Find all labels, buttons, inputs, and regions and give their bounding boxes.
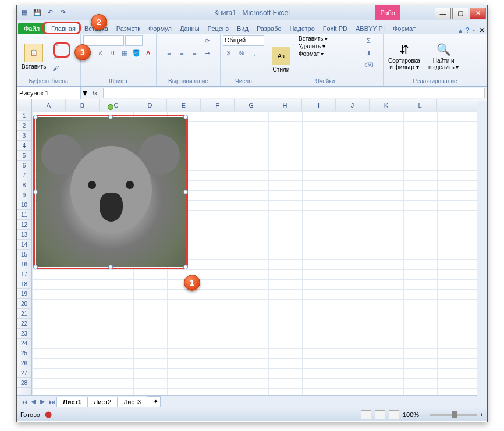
minimize-button[interactable]: —: [435, 8, 451, 19]
sheet-tab-3[interactable]: Лист3: [117, 397, 147, 407]
indent-icon[interactable]: ⇥: [202, 48, 214, 58]
align-middle-icon[interactable]: ≡: [176, 35, 188, 46]
view-pagebreak-button[interactable]: [389, 410, 399, 419]
resize-handle-ne[interactable]: [183, 115, 188, 119]
minimize-ribbon-icon[interactable]: ▴: [459, 26, 462, 34]
row-header[interactable]: 14: [17, 240, 31, 250]
col-header[interactable]: I: [302, 99, 336, 111]
macro-record-icon[interactable]: ⬤: [45, 411, 52, 418]
tab-developer[interactable]: Разрабо: [253, 23, 286, 34]
format-cells-button[interactable]: Формат ▾: [299, 51, 352, 57]
maximize-button[interactable]: ▢: [452, 8, 468, 19]
tab-view[interactable]: Вид: [233, 23, 253, 34]
tab-formulas[interactable]: Формул: [144, 23, 176, 34]
select-all-corner[interactable]: [17, 99, 32, 111]
col-header[interactable]: K: [370, 99, 403, 111]
help-icon[interactable]: ?: [466, 26, 470, 34]
align-right-icon[interactable]: ≡: [189, 48, 201, 58]
col-header[interactable]: D: [133, 99, 167, 111]
font-color-button[interactable]: A: [143, 48, 154, 58]
row-header[interactable]: 24: [17, 339, 31, 348]
sheet-nav-first[interactable]: ⏮: [19, 398, 29, 405]
sheet-nav-prev[interactable]: ◀: [29, 398, 38, 405]
zoom-in-button[interactable]: +: [480, 411, 484, 418]
sheet-nav-last[interactable]: ⏭: [47, 398, 56, 405]
col-header[interactable]: B: [66, 99, 100, 111]
close-workbook-icon[interactable]: ✕: [479, 26, 485, 34]
file-tab[interactable]: Файл: [18, 23, 45, 34]
resize-handle-e[interactable]: [183, 190, 188, 194]
row-header[interactable]: 21: [17, 309, 31, 319]
col-header[interactable]: L: [403, 99, 437, 111]
col-header[interactable]: E: [167, 99, 201, 111]
find-select-button[interactable]: 🔍 Найти и выделить ▾: [426, 41, 462, 72]
zoom-thumb[interactable]: [452, 411, 457, 418]
font-size-combo[interactable]: [125, 35, 143, 46]
row-header[interactable]: 25: [17, 348, 31, 358]
tab-review[interactable]: Реценз: [204, 23, 233, 34]
tab-foxit[interactable]: Foxit PD: [319, 23, 352, 34]
restore-workbook-icon[interactable]: ▫: [473, 26, 475, 34]
sort-filter-button[interactable]: ⇵ Сортировка и фильтр ▾: [386, 41, 423, 72]
italic-button[interactable]: К: [95, 48, 107, 58]
row-header[interactable]: 13: [17, 230, 31, 240]
row-header[interactable]: 11: [17, 210, 31, 220]
align-bottom-icon[interactable]: ≡: [189, 35, 201, 46]
row-header[interactable]: 9: [17, 190, 31, 200]
delete-cells-button[interactable]: Удалить ▾: [299, 43, 352, 49]
row-header[interactable]: 18: [17, 279, 31, 289]
cut-button[interactable]: ✂: [49, 40, 61, 50]
redo-icon[interactable]: ↷: [58, 8, 68, 18]
align-left-icon[interactable]: ≡: [164, 48, 175, 58]
new-sheet-button[interactable]: ✦: [147, 396, 161, 407]
row-header[interactable]: 16: [17, 259, 31, 269]
row-header[interactable]: 20: [17, 299, 31, 309]
resize-handle-s[interactable]: [108, 265, 113, 269]
zoom-out-button[interactable]: −: [423, 411, 426, 418]
sheet-tab-2[interactable]: Лист2: [87, 397, 118, 407]
cells-area[interactable]: [32, 111, 487, 395]
row-header[interactable]: 8: [17, 180, 31, 190]
number-format-combo[interactable]: Общий: [223, 35, 264, 46]
row-header[interactable]: 6: [17, 161, 31, 170]
row-header[interactable]: 19: [17, 289, 31, 299]
tab-data[interactable]: Данны: [176, 23, 204, 34]
row-header[interactable]: 3: [17, 131, 31, 141]
tab-layout[interactable]: Разметк: [112, 23, 144, 34]
row-header[interactable]: 15: [17, 250, 31, 259]
font-name-combo[interactable]: [83, 35, 124, 46]
view-normal-button[interactable]: [361, 410, 371, 419]
align-top-icon[interactable]: ≡: [164, 35, 175, 46]
row-header[interactable]: 10: [17, 200, 31, 210]
col-header[interactable]: F: [201, 99, 235, 111]
paste-button[interactable]: 📋 Вставить: [19, 42, 48, 71]
align-center-icon[interactable]: ≡: [176, 48, 188, 58]
undo-icon[interactable]: ↶: [45, 8, 55, 18]
row-header[interactable]: 22: [17, 319, 31, 329]
fx-icon[interactable]: fx: [89, 90, 101, 97]
namebox-dropdown-icon[interactable]: ▾: [81, 87, 89, 98]
zoom-slider[interactable]: [430, 414, 477, 416]
tab-format[interactable]: Формат: [389, 23, 420, 34]
col-header[interactable]: J: [336, 99, 370, 111]
tab-abbyy[interactable]: ABBYY PI: [352, 23, 389, 34]
close-button[interactable]: ✕: [470, 8, 486, 19]
name-box[interactable]: Рисунок 1: [17, 87, 81, 99]
col-header[interactable]: G: [235, 99, 268, 111]
row-header[interactable]: 27: [17, 368, 31, 378]
row-header[interactable]: 26: [17, 358, 31, 368]
formula-bar[interactable]: [103, 88, 485, 98]
vertical-scrollbar[interactable]: [477, 101, 487, 396]
orientation-icon[interactable]: ⟳: [202, 35, 214, 46]
row-header[interactable]: 4: [17, 141, 31, 151]
fill-icon[interactable]: ⬇: [363, 48, 375, 58]
col-header[interactable]: C: [100, 99, 133, 111]
resize-handle-w[interactable]: [33, 190, 38, 194]
format-painter-button[interactable]: 🖌: [49, 63, 61, 73]
clear-icon[interactable]: ⌫: [363, 60, 375, 70]
resize-handle-se[interactable]: [183, 265, 188, 269]
rotation-handle[interactable]: [108, 104, 113, 110]
resize-handle-n[interactable]: [108, 115, 113, 119]
row-header[interactable]: 12: [17, 220, 31, 230]
save-icon[interactable]: 💾: [32, 8, 42, 18]
